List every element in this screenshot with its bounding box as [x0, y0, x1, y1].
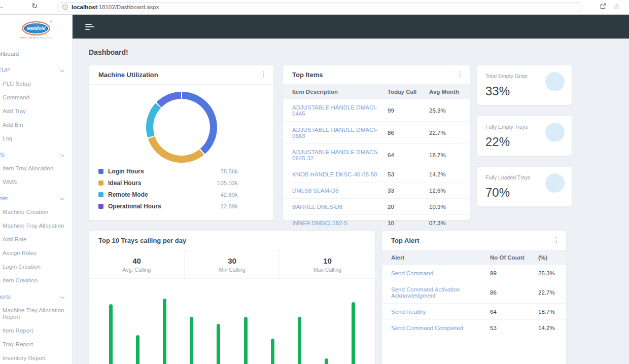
sidebar-item[interactable]: Item Report: [3, 324, 72, 338]
sidebar-item[interactable]: Inventory Report: [3, 351, 72, 364]
item-link[interactable]: DMLS8 SLAM-D8: [292, 188, 338, 194]
tray-bar: [109, 304, 113, 364]
browser-toolbar: → ↻ ⓘ localhost :18102/Dashboard.aspx ☆: [0, 0, 629, 15]
legend-swatch: [98, 204, 103, 209]
item-link[interactable]: KNOB HANDLE DKSC-40-08-50: [292, 171, 377, 177]
machine-utilization-card: Machine Utilization ⋮ Login Hours 78.56k…: [89, 65, 274, 221]
hamburger-menu-icon[interactable]: [85, 24, 94, 30]
kebab-menu-icon[interactable]: ⋮: [457, 70, 464, 78]
legend-label: Remote Mode: [108, 191, 148, 198]
alert-count-value: 64: [490, 304, 538, 320]
sidebar-menu: Dashboard SETUP PLC Setup Command Add Tr…: [0, 47, 72, 364]
sidebar-item[interactable]: Item Creation: [3, 274, 72, 287]
tray-bar: [271, 339, 274, 364]
sidebar-item-label: Add Role: [3, 236, 26, 242]
sidebar-item-label: Inventory Report: [3, 355, 46, 361]
share-icon[interactable]: [600, 3, 607, 10]
stat-card-column: Total Empty Grids 33% Fully Empty Trays …: [477, 65, 572, 221]
sidebar-item[interactable]: Log: [3, 132, 72, 145]
kebab-menu-icon[interactable]: ⋮: [260, 70, 267, 78]
sidebar-item-label: WMS: [3, 179, 17, 185]
column-header: No Of Count: [490, 250, 538, 265]
sidebar-item-label: Log: [3, 135, 12, 141]
alert-link[interactable]: Send Command Activation Acknowledgment: [391, 286, 460, 299]
tray-stat: 40 Avg. Calling: [89, 250, 185, 278]
alert-link[interactable]: Send Healthy: [391, 309, 426, 315]
sidebar-item-label: Machine Tray Allocation: [3, 223, 64, 229]
item-link[interactable]: BARREL DMLS-D8: [292, 204, 342, 210]
chevron-down-icon: [60, 196, 64, 200]
tray-bar: [136, 335, 139, 364]
sidebar-item[interactable]: Add Role: [3, 233, 72, 246]
table-row: Send Command Completed 53 14.2%: [382, 320, 566, 336]
sidebar-item[interactable]: Item Tray Allocation: [3, 162, 72, 175]
item-link[interactable]: INNER DMSCL182-5: [292, 220, 347, 226]
sidebar-item[interactable]: Add Bin: [3, 118, 72, 132]
alert-count-value: 53: [490, 320, 538, 336]
chevron-down-icon: [60, 68, 64, 72]
sidebar-item-label: Machine Creation: [3, 209, 48, 215]
reload-icon[interactable]: ↻: [31, 2, 38, 11]
sidebar-item-label: Reports: [0, 294, 11, 300]
tray-stat-label: Max Calling: [313, 267, 341, 273]
registered-mark: ®: [50, 20, 52, 23]
tray-bar: [244, 317, 248, 364]
item-link[interactable]: ADJUSTABLE HANDLE DMACS-0645-32: [292, 149, 379, 161]
legend-label: Ideal Hours: [108, 179, 141, 187]
legend-value: 78.56k: [220, 168, 238, 174]
sidebar-item-label: WMS: [0, 152, 5, 158]
legend-value: 42.89k: [220, 192, 238, 198]
legend-item: Ideal Hours 105.02k: [98, 179, 238, 187]
alert-link[interactable]: Send Command: [391, 270, 433, 276]
today-call-value: 99: [388, 99, 429, 122]
legend-item: Operational Hours 22.89k: [98, 203, 238, 210]
card-title: Top 10 Trays calling per day: [98, 237, 186, 244]
sidebar-item[interactable]: Machine Tray Allocation: [3, 219, 72, 233]
sidebar-item[interactable]: Master: [0, 192, 72, 205]
top-app-bar: [73, 15, 629, 39]
sidebar-item[interactable]: Machine Tray Allocation Report: [3, 304, 72, 324]
bookmark-star-icon[interactable]: ☆: [613, 2, 620, 11]
trays-calling-card: Top 10 Trays calling per day 40 Avg. Cal…: [89, 231, 375, 364]
today-call-value: 86: [388, 122, 429, 144]
sidebar-item[interactable]: Dashboard: [0, 47, 72, 61]
column-header: Avg Month: [429, 85, 470, 99]
alert-link[interactable]: Send Command Completed: [391, 325, 463, 331]
avg-month-value: 14.2%: [429, 166, 470, 183]
sidebar-item-label: Login Creation: [3, 264, 41, 270]
sidebar-item[interactable]: Tray Report: [3, 338, 72, 351]
sidebar-item[interactable]: Assign Roles: [3, 246, 72, 260]
sidebar-item[interactable]: Machine Creation: [3, 205, 72, 219]
kebab-menu-icon[interactable]: ⋮: [553, 236, 560, 244]
sidebar-item[interactable]: WMS: [0, 148, 72, 162]
app-logo[interactable]: Metafold ® Sheet Metals Solution: [0, 15, 72, 42]
today-call-value: 20: [388, 199, 429, 215]
sidebar-item[interactable]: WMS: [3, 175, 72, 189]
table-row: Send Command 99 25.3%: [382, 265, 566, 281]
today-call-value: 33: [388, 183, 429, 199]
table-row: ADJUSTABLE HANDLE DMACS-0645-32 64 18.7%: [283, 144, 470, 166]
alert-pct-value: 25.3%: [538, 265, 566, 281]
item-link[interactable]: ADJUSTABLE HANDLE DMACI-0445: [292, 104, 377, 117]
stat-circle-icon: [545, 72, 565, 91]
logo-brand: Metafold: [27, 26, 46, 31]
sidebar-item[interactable]: Add Tray: [3, 104, 72, 118]
site-info-icon[interactable]: ⓘ: [62, 4, 68, 11]
avg-month-value: 10.9%: [429, 199, 470, 215]
sidebar-item-label: Assign Roles: [3, 250, 37, 256]
table-row: ADJUSTABLE HANDLE DMACI-0445 99 25.3%: [283, 99, 470, 122]
sidebar-item[interactable]: PLC Setup: [3, 77, 72, 91]
url-path: :18102/Dashboard.aspx: [97, 4, 159, 10]
sidebar-item[interactable]: SETUP: [0, 63, 72, 77]
logo-oval: Metafold ®: [22, 21, 50, 35]
chevron-down-icon: [60, 153, 64, 157]
tray-bar: [190, 317, 193, 364]
legend-swatch: [98, 192, 103, 197]
forward-button-icon[interactable]: →: [0, 2, 4, 10]
sidebar-item[interactable]: Login Creation: [3, 260, 72, 274]
sidebar-item[interactable]: Command: [3, 91, 72, 104]
sidebar-item[interactable]: Reports: [0, 290, 72, 304]
url-bar[interactable]: ⓘ localhost :18102/Dashboard.aspx: [57, 2, 582, 12]
item-link[interactable]: ADJUSTABLE HANDLE DMACI-0663: [292, 127, 377, 139]
logo-tagline: Sheet Metals Solution: [20, 37, 52, 39]
